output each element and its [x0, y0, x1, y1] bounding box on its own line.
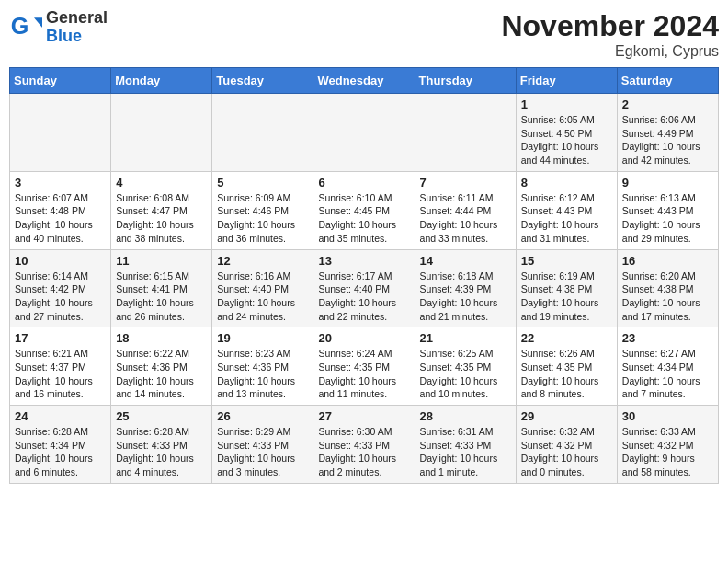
day-number: 5: [217, 176, 308, 190]
day-number: 7: [420, 176, 511, 190]
page-title: November 2024: [501, 9, 719, 43]
day-info: Sunrise: 6:15 AM Sunset: 4:41 PM Dayligh…: [116, 270, 207, 324]
day-number: 30: [622, 409, 713, 423]
page-subtitle: Egkomi, Cyprus: [501, 43, 719, 60]
calendar-cell: 12Sunrise: 6:16 AM Sunset: 4:40 PM Dayli…: [212, 249, 313, 327]
weekday-header: Sunday: [10, 68, 111, 94]
day-number: 22: [521, 331, 612, 345]
logo-blue: Blue: [46, 28, 108, 46]
day-info: Sunrise: 6:12 AM Sunset: 4:43 PM Dayligh…: [521, 191, 612, 246]
day-number: 24: [15, 409, 106, 423]
weekday-header: Tuesday: [212, 68, 313, 94]
day-number: 27: [318, 409, 409, 423]
svg-marker-1: [34, 17, 42, 28]
day-number: 21: [420, 331, 511, 345]
calendar-cell: 29Sunrise: 6:32 AM Sunset: 4:32 PM Dayli…: [516, 406, 617, 484]
day-number: 18: [116, 331, 207, 345]
calendar-cell: 7Sunrise: 6:11 AM Sunset: 4:44 PM Daylig…: [415, 171, 516, 249]
weekday-header: Monday: [111, 68, 212, 94]
calendar-cell: 16Sunrise: 6:20 AM Sunset: 4:38 PM Dayli…: [617, 249, 718, 327]
day-number: 12: [217, 254, 308, 268]
day-info: Sunrise: 6:11 AM Sunset: 4:44 PM Dayligh…: [420, 191, 511, 246]
weekday-header: Thursday: [415, 68, 516, 94]
day-info: Sunrise: 6:25 AM Sunset: 4:35 PM Dayligh…: [420, 347, 511, 401]
day-number: 28: [420, 409, 511, 423]
calendar-cell: 2Sunrise: 6:06 AM Sunset: 4:49 PM Daylig…: [617, 94, 718, 172]
calendar-week-row: 3Sunrise: 6:07 AM Sunset: 4:48 PM Daylig…: [10, 171, 719, 249]
day-info: Sunrise: 6:20 AM Sunset: 4:38 PM Dayligh…: [622, 270, 713, 324]
calendar-week-row: 1Sunrise: 6:05 AM Sunset: 4:50 PM Daylig…: [10, 94, 719, 172]
calendar-cell: 10Sunrise: 6:14 AM Sunset: 4:42 PM Dayli…: [10, 249, 111, 327]
calendar-cell: 6Sunrise: 6:10 AM Sunset: 4:45 PM Daylig…: [313, 171, 415, 249]
day-info: Sunrise: 6:21 AM Sunset: 4:37 PM Dayligh…: [15, 347, 106, 401]
calendar-cell: 14Sunrise: 6:18 AM Sunset: 4:39 PM Dayli…: [415, 249, 516, 327]
day-info: Sunrise: 6:19 AM Sunset: 4:38 PM Dayligh…: [521, 270, 612, 324]
day-info: Sunrise: 6:14 AM Sunset: 4:42 PM Dayligh…: [15, 270, 106, 324]
calendar-cell: 23Sunrise: 6:27 AM Sunset: 4:34 PM Dayli…: [617, 327, 718, 406]
logo: G General Blue: [9, 9, 108, 46]
calendar-cell: 21Sunrise: 6:25 AM Sunset: 4:35 PM Dayli…: [415, 327, 516, 406]
calendar-cell: 3Sunrise: 6:07 AM Sunset: 4:48 PM Daylig…: [10, 171, 111, 249]
day-number: 1: [521, 98, 612, 111]
logo-text: General Blue: [46, 9, 108, 46]
day-info: Sunrise: 6:24 AM Sunset: 4:35 PM Dayligh…: [318, 347, 409, 401]
calendar-cell: 25Sunrise: 6:28 AM Sunset: 4:33 PM Dayli…: [111, 406, 212, 484]
page-header: G General Blue November 2024 Egkomi, Cyp…: [9, 9, 719, 60]
calendar-week-row: 17Sunrise: 6:21 AM Sunset: 4:37 PM Dayli…: [10, 327, 719, 406]
day-number: 19: [217, 331, 308, 345]
day-number: 25: [116, 409, 207, 423]
svg-text:G: G: [11, 13, 29, 39]
day-info: Sunrise: 6:28 AM Sunset: 4:33 PM Dayligh…: [116, 425, 207, 479]
calendar-week-row: 24Sunrise: 6:28 AM Sunset: 4:34 PM Dayli…: [10, 406, 719, 484]
day-number: 15: [521, 254, 612, 268]
title-block: November 2024 Egkomi, Cyprus: [501, 9, 719, 60]
day-number: 2: [622, 98, 713, 111]
calendar-cell: [212, 94, 313, 172]
weekday-header-row: SundayMondayTuesdayWednesdayThursdayFrid…: [10, 68, 719, 94]
calendar-cell: 19Sunrise: 6:23 AM Sunset: 4:36 PM Dayli…: [212, 327, 313, 406]
day-number: 16: [622, 254, 713, 268]
day-info: Sunrise: 6:16 AM Sunset: 4:40 PM Dayligh…: [217, 270, 308, 324]
calendar-cell: 26Sunrise: 6:29 AM Sunset: 4:33 PM Dayli…: [212, 406, 313, 484]
calendar-cell: 17Sunrise: 6:21 AM Sunset: 4:37 PM Dayli…: [10, 327, 111, 406]
day-info: Sunrise: 6:05 AM Sunset: 4:50 PM Dayligh…: [521, 113, 612, 167]
day-number: 8: [521, 176, 612, 190]
logo-general: General: [46, 9, 108, 28]
calendar-table: SundayMondayTuesdayWednesdayThursdayFrid…: [9, 67, 719, 484]
day-number: 4: [116, 176, 207, 190]
day-number: 11: [116, 254, 207, 268]
calendar-cell: [415, 94, 516, 172]
day-info: Sunrise: 6:18 AM Sunset: 4:39 PM Dayligh…: [420, 270, 511, 324]
calendar-cell: 18Sunrise: 6:22 AM Sunset: 4:36 PM Dayli…: [111, 327, 212, 406]
calendar-cell: 11Sunrise: 6:15 AM Sunset: 4:41 PM Dayli…: [111, 249, 212, 327]
calendar-week-row: 10Sunrise: 6:14 AM Sunset: 4:42 PM Dayli…: [10, 249, 719, 327]
day-info: Sunrise: 6:33 AM Sunset: 4:32 PM Dayligh…: [622, 425, 713, 479]
calendar-cell: [10, 94, 111, 172]
day-info: Sunrise: 6:23 AM Sunset: 4:36 PM Dayligh…: [217, 347, 308, 401]
calendar-cell: 28Sunrise: 6:31 AM Sunset: 4:33 PM Dayli…: [415, 406, 516, 484]
day-info: Sunrise: 6:06 AM Sunset: 4:49 PM Dayligh…: [622, 113, 713, 167]
day-number: 9: [622, 176, 713, 190]
day-number: 17: [15, 331, 106, 345]
day-info: Sunrise: 6:17 AM Sunset: 4:40 PM Dayligh…: [318, 270, 409, 324]
day-number: 23: [622, 331, 713, 345]
day-info: Sunrise: 6:27 AM Sunset: 4:34 PM Dayligh…: [622, 347, 713, 401]
day-number: 6: [318, 176, 409, 190]
day-info: Sunrise: 6:07 AM Sunset: 4:48 PM Dayligh…: [15, 191, 106, 246]
calendar-cell: 30Sunrise: 6:33 AM Sunset: 4:32 PM Dayli…: [617, 406, 718, 484]
day-info: Sunrise: 6:26 AM Sunset: 4:35 PM Dayligh…: [521, 347, 612, 401]
calendar-cell: 15Sunrise: 6:19 AM Sunset: 4:38 PM Dayli…: [516, 249, 617, 327]
day-info: Sunrise: 6:30 AM Sunset: 4:33 PM Dayligh…: [318, 425, 409, 479]
calendar-cell: 20Sunrise: 6:24 AM Sunset: 4:35 PM Dayli…: [313, 327, 415, 406]
weekday-header: Friday: [516, 68, 617, 94]
day-number: 14: [420, 254, 511, 268]
calendar-cell: 9Sunrise: 6:13 AM Sunset: 4:43 PM Daylig…: [617, 171, 718, 249]
calendar-cell: 22Sunrise: 6:26 AM Sunset: 4:35 PM Dayli…: [516, 327, 617, 406]
day-info: Sunrise: 6:09 AM Sunset: 4:46 PM Dayligh…: [217, 191, 308, 246]
day-number: 26: [217, 409, 308, 423]
day-info: Sunrise: 6:29 AM Sunset: 4:33 PM Dayligh…: [217, 425, 308, 479]
day-info: Sunrise: 6:32 AM Sunset: 4:32 PM Dayligh…: [521, 425, 612, 479]
calendar-cell: 1Sunrise: 6:05 AM Sunset: 4:50 PM Daylig…: [516, 94, 617, 172]
day-info: Sunrise: 6:13 AM Sunset: 4:43 PM Dayligh…: [622, 191, 713, 246]
weekday-header: Wednesday: [313, 68, 415, 94]
